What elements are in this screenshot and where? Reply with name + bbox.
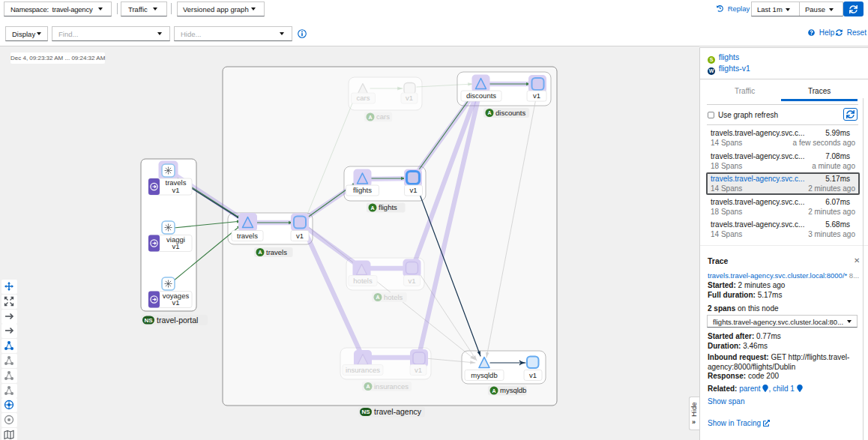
svg-text:mysqldb: mysqldb: [471, 371, 497, 379]
svg-text:cars: cars: [376, 112, 390, 121]
svg-text:A: A: [368, 115, 372, 120]
svg-text:NS: NS: [144, 317, 153, 324]
svg-text:travels: travels: [237, 232, 258, 240]
svg-text:hotels: hotels: [384, 293, 403, 301]
svg-text:insurances: insurances: [346, 366, 380, 374]
svg-text:v1: v1: [415, 366, 422, 374]
svg-text:travel-portal: travel-portal: [157, 316, 198, 325]
svg-text:v1: v1: [296, 232, 304, 240]
svg-text:v1: v1: [408, 277, 415, 285]
svg-text:A: A: [258, 250, 262, 255]
svg-text:A: A: [366, 384, 370, 389]
svg-text:mysqldb: mysqldb: [500, 386, 526, 394]
svg-text:discounts: discounts: [466, 91, 496, 100]
svg-text:hotels: hotels: [353, 277, 373, 285]
svg-text:v1: v1: [172, 242, 179, 250]
svg-text:v1: v1: [172, 186, 179, 194]
svg-text:insurances: insurances: [374, 382, 409, 391]
svg-text:flights: flights: [379, 203, 397, 211]
svg-text:A: A: [376, 295, 379, 300]
svg-text:discounts: discounts: [495, 109, 525, 117]
svg-text:NS: NS: [361, 409, 370, 415]
svg-text:A: A: [492, 388, 495, 394]
svg-text:travel-agency: travel-agency: [374, 407, 422, 416]
svg-text:cars: cars: [357, 94, 370, 102]
svg-text:v1: v1: [533, 91, 540, 100]
svg-text:v1: v1: [172, 298, 179, 307]
svg-text:v1: v1: [406, 94, 413, 102]
svg-text:A: A: [370, 205, 374, 211]
svg-text:v1: v1: [529, 371, 537, 379]
svg-text:flights: flights: [353, 186, 372, 194]
svg-text:travels: travels: [266, 248, 287, 256]
svg-text:v1: v1: [409, 186, 417, 194]
svg-text:A: A: [487, 110, 491, 115]
